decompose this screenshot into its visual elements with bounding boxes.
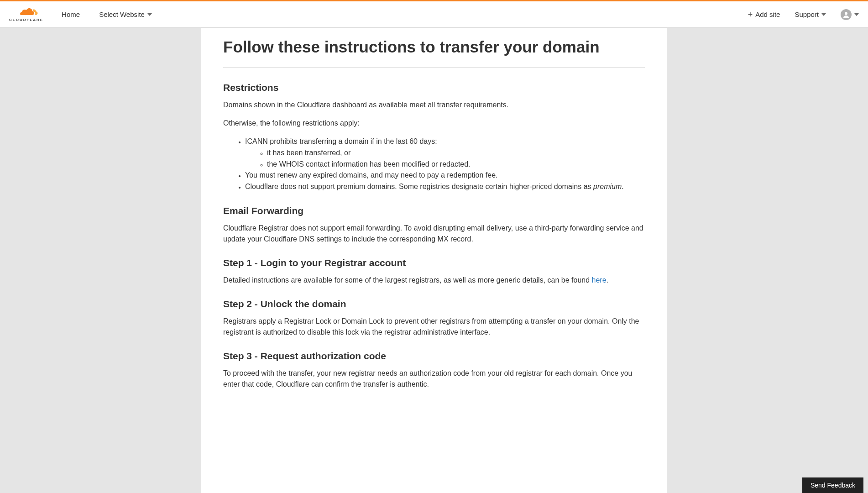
list-item: the WHOIS contact information has been m… bbox=[267, 159, 645, 170]
step2-p1: Registrars apply a Registrar Lock or Dom… bbox=[223, 316, 645, 338]
restrictions-p2: Otherwise, the following restrictions ap… bbox=[223, 118, 645, 129]
divider bbox=[223, 67, 645, 68]
step2-heading: Step 2 - Unlock the domain bbox=[223, 299, 645, 309]
nav-home-label: Home bbox=[62, 10, 80, 18]
sub-list: it has been transferred, or the WHOIS co… bbox=[267, 147, 645, 170]
list-item: it has been transferred, or bbox=[267, 147, 645, 159]
step1-heading: Step 1 - Login to your Registrar account bbox=[223, 257, 645, 268]
caret-down-icon bbox=[854, 13, 859, 16]
svg-point-0 bbox=[845, 12, 847, 15]
step1-p1: Detailed instructions are available for … bbox=[223, 275, 645, 286]
header-right: + Add site Support bbox=[748, 7, 859, 22]
li-text-post: . bbox=[622, 183, 623, 190]
email-forwarding-heading: Email Forwarding bbox=[223, 205, 645, 216]
avatar-icon bbox=[841, 9, 852, 20]
header: CLOUDFLARE Home Select Website + Add sit… bbox=[0, 1, 868, 28]
nav-support-label: Support bbox=[795, 10, 819, 18]
page-title: Follow these instructions to transfer yo… bbox=[223, 38, 645, 56]
step1-p1-pre: Detailed instructions are available for … bbox=[223, 276, 592, 284]
add-site-label: Add site bbox=[755, 10, 780, 18]
step3-heading: Step 3 - Request authorization code bbox=[223, 351, 645, 362]
plus-icon: + bbox=[748, 10, 753, 19]
list-item: Cloudflare does not support premium doma… bbox=[245, 181, 645, 193]
restrictions-heading: Restrictions bbox=[223, 82, 645, 93]
email-forwarding-p1: Cloudflare Registrar does not support em… bbox=[223, 223, 645, 245]
cloud-icon bbox=[14, 7, 39, 17]
step1-here-link[interactable]: here bbox=[592, 276, 607, 284]
li-text: ICANN prohibits transferring a domain if… bbox=[245, 137, 437, 145]
logo-text: CLOUDFLARE bbox=[9, 18, 43, 22]
add-site-button[interactable]: + Add site bbox=[748, 10, 780, 19]
step1-p1-post: . bbox=[607, 276, 608, 284]
premium-em: premium bbox=[593, 183, 622, 190]
nav-select-website-label: Select Website bbox=[99, 10, 145, 18]
cloudflare-logo[interactable]: CLOUDFLARE bbox=[9, 7, 43, 22]
send-feedback-button[interactable]: Send Feedback bbox=[802, 477, 863, 493]
nav-select-website[interactable]: Select Website bbox=[94, 7, 157, 22]
caret-down-icon bbox=[821, 13, 826, 16]
step3-p1: To proceed with the transfer, your new r… bbox=[223, 368, 645, 390]
account-menu[interactable] bbox=[841, 9, 859, 20]
nav-home[interactable]: Home bbox=[56, 7, 85, 22]
list-item: You must renew any expired domains, and … bbox=[245, 170, 645, 181]
list-item: ICANN prohibits transferring a domain if… bbox=[245, 136, 645, 170]
restrictions-p1: Domains shown in the Cloudflare dashboar… bbox=[223, 100, 645, 110]
caret-down-icon bbox=[147, 13, 152, 16]
nav-support[interactable]: Support bbox=[789, 7, 831, 22]
restrictions-list: ICANN prohibits transferring a domain if… bbox=[245, 136, 645, 193]
li-text-pre: Cloudflare does not support premium doma… bbox=[245, 183, 593, 190]
header-left: CLOUDFLARE Home Select Website bbox=[9, 7, 157, 22]
main-content: Follow these instructions to transfer yo… bbox=[201, 28, 667, 493]
